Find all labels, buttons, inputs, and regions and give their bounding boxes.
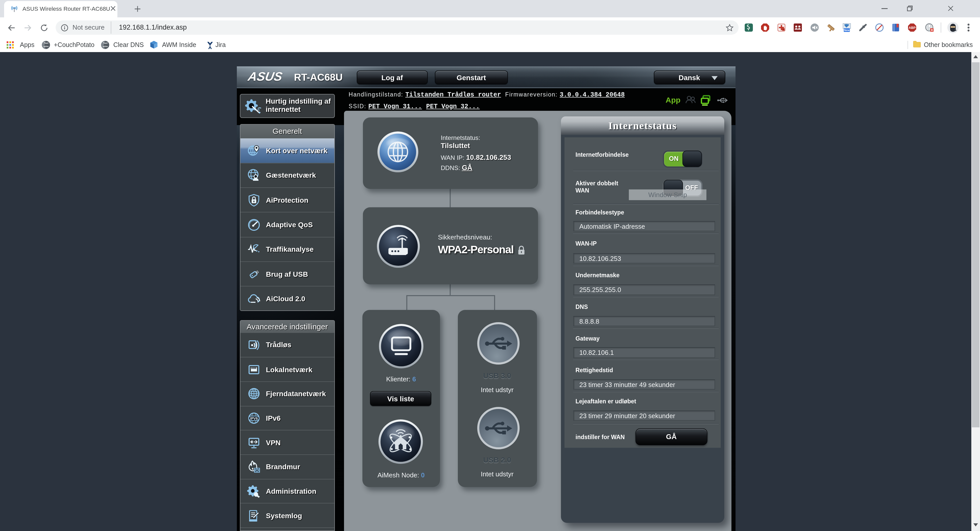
svg-text:ABP: ABP	[908, 26, 915, 29]
svg-text:New: New	[844, 28, 850, 31]
svg-text:IPV6: IPV6	[250, 416, 258, 421]
